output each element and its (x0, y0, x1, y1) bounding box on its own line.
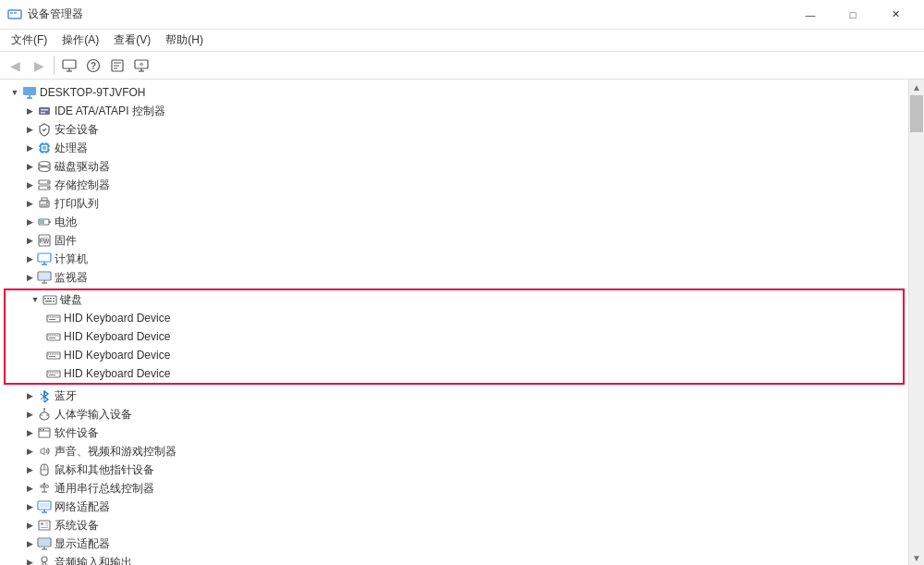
disk-toggle[interactable]: ▶ (22, 159, 37, 174)
processor-toggle[interactable]: ▶ (22, 141, 37, 155)
svg-rect-79 (49, 338, 55, 338)
svg-point-43 (46, 202, 48, 203)
processor-label: 处理器 (55, 141, 88, 156)
tree-item-hid4[interactable]: HID Keyboard Device (6, 364, 903, 383)
print-toggle[interactable]: ▶ (22, 196, 37, 211)
menu-view[interactable]: 查看(V) (106, 30, 158, 52)
svg-rect-71 (49, 319, 55, 320)
svg-rect-117 (41, 522, 43, 525)
menu-action[interactable]: 操作(A) (55, 30, 106, 52)
tree-item-keyboard[interactable]: ▼ 键盘 (6, 290, 903, 309)
tree-item-display[interactable]: ▶ 显示适配器 (0, 534, 908, 553)
computer-toggle[interactable]: ▶ (22, 252, 37, 266)
tree-item-hid-input[interactable]: ▶ 人体学输入设备 (0, 405, 908, 424)
menu-file[interactable]: 文件(F) (4, 30, 55, 52)
hid-input-toggle[interactable]: ▶ (22, 407, 37, 422)
monitor-icon-button[interactable] (130, 55, 152, 77)
firmware-toggle[interactable]: ▶ (22, 233, 37, 248)
software-toggle[interactable]: ▶ (22, 425, 37, 440)
tree-item-monitor[interactable]: ▶ 监视器 (0, 268, 908, 287)
computer-icon-button[interactable] (58, 55, 80, 77)
usb-toggle[interactable]: ▶ (22, 481, 37, 496)
minimize-button[interactable]: — (789, 0, 832, 30)
audio-toggle[interactable]: ▶ (22, 444, 37, 459)
svg-rect-90 (50, 373, 52, 374)
svg-point-39 (47, 187, 49, 189)
tree-item-storage[interactable]: ▶ 存储控制器 (0, 176, 908, 194)
monitor-toggle[interactable]: ▶ (22, 270, 37, 285)
tree-item-network[interactable]: ▶ 网络适配器 (0, 497, 908, 516)
tree-item-audioinout[interactable]: ▶ 音频输入和输出 (0, 553, 908, 565)
tree-item-usb[interactable]: ▶ 通用串行总线控制器 (0, 479, 908, 497)
scroll-track (909, 94, 924, 550)
svg-rect-113 (40, 503, 49, 508)
close-button[interactable]: ✕ (874, 0, 917, 30)
storage-toggle[interactable]: ▶ (22, 178, 37, 192)
tree-item-bluetooth[interactable]: ▶ 蓝牙 (0, 387, 908, 405)
mouse-toggle[interactable]: ▶ (22, 462, 37, 477)
maximize-button[interactable]: □ (832, 0, 874, 30)
tree-item-mouse[interactable]: ▶ 鼠标和其他指针设备 (0, 461, 908, 479)
right-scrollbar-area: ▲ ▼ (909, 80, 924, 565)
svg-point-99 (43, 408, 45, 410)
svg-point-35 (39, 167, 50, 172)
back-button[interactable]: ◀ (4, 55, 26, 77)
svg-rect-0 (8, 10, 21, 18)
tree-item-processor[interactable]: ▶ 处理器 (0, 139, 908, 157)
tree-item-computer[interactable]: ▶ 计算机 (0, 250, 908, 268)
tree-item-print[interactable]: ▶ 打印队列 (0, 194, 908, 213)
tree-root[interactable]: ▼ DESKTOP-9TJVFOH (0, 83, 908, 102)
tree-item-ide[interactable]: ▶ IDE ATA/ATAPI 控制器 (0, 102, 908, 120)
window-controls: — □ ✕ (789, 0, 917, 30)
svg-rect-67 (52, 317, 54, 318)
keyboard-icon (43, 292, 57, 307)
system-icon (37, 518, 52, 533)
keyboard-section: ▼ 键盘 (4, 289, 905, 385)
tree-item-system[interactable]: ▶ 系统设备 (0, 516, 908, 534)
bluetooth-toggle[interactable]: ▶ (22, 388, 37, 403)
svg-rect-16 (23, 87, 36, 95)
security-toggle[interactable]: ▶ (22, 122, 37, 137)
scroll-thumb[interactable] (910, 95, 923, 132)
svg-rect-87 (49, 356, 55, 357)
computer-label: 计算机 (55, 252, 88, 267)
keyboard-toggle[interactable]: ▼ (28, 292, 43, 307)
tree-item-battery[interactable]: ▶ 电池 (0, 213, 908, 231)
tree-item-hid2[interactable]: HID Keyboard Device (6, 327, 903, 346)
network-toggle[interactable]: ▶ (22, 499, 37, 514)
hid4-icon (46, 366, 61, 381)
scroll-up-btn[interactable]: ▲ (909, 80, 924, 94)
window-title: 设备管理器 (28, 6, 789, 22)
svg-rect-105 (43, 429, 44, 431)
svg-point-15 (140, 62, 143, 66)
hid2-icon (46, 329, 61, 344)
battery-icon (37, 215, 52, 229)
device-tree[interactable]: ▼ DESKTOP-9TJVFOH ▶ IDE ATA/A (0, 80, 909, 565)
svg-rect-45 (49, 221, 51, 223)
forward-button[interactable]: ▶ (28, 55, 50, 77)
tree-item-firmware[interactable]: ▶ FW 固件 (0, 231, 908, 250)
tree-item-software[interactable]: ▶ 软件设备 (0, 424, 908, 442)
svg-rect-84 (54, 354, 55, 355)
display-toggle[interactable]: ▶ (22, 536, 37, 551)
ide-toggle[interactable]: ▶ (22, 104, 37, 118)
svg-rect-60 (50, 298, 52, 300)
svg-rect-64 (47, 315, 60, 322)
audioinout-icon (37, 555, 52, 565)
menu-help[interactable]: 帮助(H) (158, 30, 211, 52)
tree-item-disk[interactable]: ▶ 磁盘驱动器 (0, 157, 908, 176)
scroll-down-btn[interactable]: ▼ (909, 550, 924, 565)
processor-icon (37, 141, 52, 155)
tree-item-hid1[interactable]: HID Keyboard Device (6, 309, 903, 327)
properties-icon-button[interactable] (106, 55, 128, 77)
tree-item-audio[interactable]: ▶ 声音、视频和游戏控制器 (0, 442, 908, 461)
system-toggle[interactable]: ▶ (22, 518, 37, 533)
svg-rect-1 (10, 12, 13, 14)
tree-item-hid3[interactable]: HID Keyboard Device (6, 346, 903, 364)
root-toggle[interactable]: ▼ (7, 85, 22, 100)
help-icon-button[interactable]: ? (82, 55, 104, 77)
tree-item-security[interactable]: ▶ 安全设备 (0, 120, 908, 139)
audioinout-toggle[interactable]: ▶ (22, 555, 37, 565)
svg-rect-120 (41, 527, 48, 528)
battery-toggle[interactable]: ▶ (22, 215, 37, 229)
